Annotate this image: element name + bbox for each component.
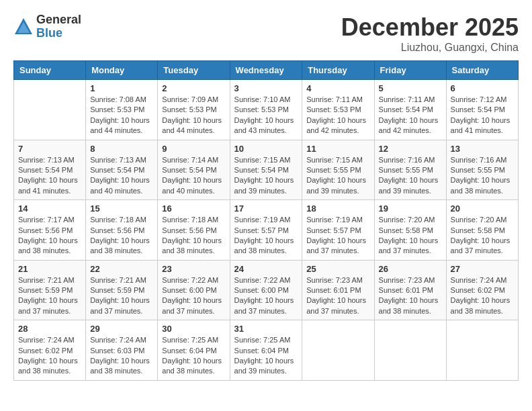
weekday-header: Wednesday <box>230 61 302 80</box>
logo: General Blue <box>13 13 81 40</box>
calendar-cell: 16Sunrise: 7:18 AMSunset: 5:56 PMDayligh… <box>158 200 230 261</box>
calendar-cell: 12Sunrise: 7:16 AMSunset: 5:55 PMDayligh… <box>374 140 446 200</box>
calendar-cell: 18Sunrise: 7:19 AMSunset: 5:57 PMDayligh… <box>302 200 374 261</box>
calendar-cell: 13Sunrise: 7:16 AMSunset: 5:55 PMDayligh… <box>446 140 518 200</box>
day-info: Sunrise: 7:11 AMSunset: 5:54 PMDaylight:… <box>379 95 442 136</box>
day-info: Sunrise: 7:17 AMSunset: 5:56 PMDaylight:… <box>18 215 81 257</box>
logo-blue: Blue <box>36 27 81 40</box>
day-info: Sunrise: 7:16 AMSunset: 5:55 PMDaylight:… <box>451 155 514 197</box>
day-info: Sunrise: 7:22 AMSunset: 6:00 PMDaylight:… <box>162 275 225 317</box>
day-number: 13 <box>451 144 514 154</box>
calendar-cell: 22Sunrise: 7:21 AMSunset: 5:59 PMDayligh… <box>86 260 158 320</box>
day-number: 26 <box>379 264 442 274</box>
day-number: 31 <box>234 324 298 334</box>
calendar-cell: 3Sunrise: 7:10 AMSunset: 5:53 PMDaylight… <box>230 80 302 140</box>
day-info: Sunrise: 7:16 AMSunset: 5:55 PMDaylight:… <box>379 155 442 197</box>
day-number: 2 <box>162 83 225 93</box>
calendar-week-row: 7Sunrise: 7:13 AMSunset: 5:54 PMDaylight… <box>14 140 519 200</box>
day-number: 5 <box>379 83 442 93</box>
title-area: December 2025 Liuzhou, Guangxi, China <box>341 13 519 54</box>
day-number: 29 <box>90 324 153 334</box>
day-number: 4 <box>306 83 369 93</box>
day-number: 18 <box>306 203 369 214</box>
weekday-header: Friday <box>374 61 446 80</box>
calendar-week-row: 1Sunrise: 7:08 AMSunset: 5:53 PMDaylight… <box>14 80 519 140</box>
calendar-cell: 11Sunrise: 7:15 AMSunset: 5:55 PMDayligh… <box>302 140 374 200</box>
day-number: 12 <box>379 144 442 154</box>
day-number: 16 <box>162 203 225 214</box>
calendar-cell: 19Sunrise: 7:20 AMSunset: 5:58 PMDayligh… <box>374 200 446 261</box>
day-info: Sunrise: 7:18 AMSunset: 5:56 PMDaylight:… <box>162 215 225 257</box>
day-info: Sunrise: 7:15 AMSunset: 5:55 PMDaylight:… <box>306 155 369 197</box>
day-number: 23 <box>162 264 225 274</box>
calendar-cell: 14Sunrise: 7:17 AMSunset: 5:56 PMDayligh… <box>14 200 86 261</box>
calendar-cell: 27Sunrise: 7:24 AMSunset: 6:02 PMDayligh… <box>446 260 518 320</box>
day-info: Sunrise: 7:10 AMSunset: 5:53 PMDaylight:… <box>234 95 298 136</box>
calendar-week-row: 21Sunrise: 7:21 AMSunset: 5:59 PMDayligh… <box>14 260 519 320</box>
day-info: Sunrise: 7:23 AMSunset: 6:01 PMDaylight:… <box>379 275 442 317</box>
weekday-header: Sunday <box>14 61 86 80</box>
logo-text: General Blue <box>36 13 81 40</box>
calendar-cell: 28Sunrise: 7:24 AMSunset: 6:02 PMDayligh… <box>14 320 86 381</box>
day-info: Sunrise: 7:20 AMSunset: 5:58 PMDaylight:… <box>451 215 514 257</box>
calendar-cell: 9Sunrise: 7:14 AMSunset: 5:54 PMDaylight… <box>158 140 230 200</box>
day-info: Sunrise: 7:15 AMSunset: 5:54 PMDaylight:… <box>234 155 298 197</box>
calendar-cell: 25Sunrise: 7:23 AMSunset: 6:01 PMDayligh… <box>302 260 374 320</box>
day-number: 8 <box>90 144 153 154</box>
day-number: 17 <box>234 203 298 214</box>
day-number: 9 <box>162 144 225 154</box>
month-title: December 2025 <box>341 13 519 42</box>
calendar-cell: 1Sunrise: 7:08 AMSunset: 5:53 PMDaylight… <box>86 80 158 140</box>
weekday-header: Thursday <box>302 61 374 80</box>
day-info: Sunrise: 7:21 AMSunset: 5:59 PMDaylight:… <box>18 275 81 317</box>
day-info: Sunrise: 7:20 AMSunset: 5:58 PMDaylight:… <box>379 215 442 257</box>
location: Liuzhou, Guangxi, China <box>341 42 519 54</box>
calendar-cell: 24Sunrise: 7:22 AMSunset: 6:00 PMDayligh… <box>230 260 302 320</box>
calendar-cell: 31Sunrise: 7:25 AMSunset: 6:04 PMDayligh… <box>230 320 302 381</box>
day-info: Sunrise: 7:13 AMSunset: 5:54 PMDaylight:… <box>18 155 81 197</box>
day-number: 27 <box>451 264 514 274</box>
logo-general: General <box>36 13 81 27</box>
day-number: 20 <box>451 203 514 214</box>
day-number: 25 <box>306 264 369 274</box>
day-number: 10 <box>234 144 298 154</box>
day-info: Sunrise: 7:25 AMSunset: 6:04 PMDaylight:… <box>234 335 298 377</box>
day-number: 28 <box>18 324 81 334</box>
day-info: Sunrise: 7:14 AMSunset: 5:54 PMDaylight:… <box>162 155 225 197</box>
day-number: 21 <box>18 264 81 274</box>
day-info: Sunrise: 7:11 AMSunset: 5:53 PMDaylight:… <box>306 95 369 136</box>
calendar-cell: 15Sunrise: 7:18 AMSunset: 5:56 PMDayligh… <box>86 200 158 261</box>
day-number: 3 <box>234 83 298 93</box>
calendar-cell: 20Sunrise: 7:20 AMSunset: 5:58 PMDayligh… <box>446 200 518 261</box>
calendar-cell: 23Sunrise: 7:22 AMSunset: 6:00 PMDayligh… <box>158 260 230 320</box>
calendar-cell: 26Sunrise: 7:23 AMSunset: 6:01 PMDayligh… <box>374 260 446 320</box>
calendar-cell <box>446 320 518 381</box>
day-info: Sunrise: 7:18 AMSunset: 5:56 PMDaylight:… <box>90 215 153 257</box>
day-number: 19 <box>379 203 442 214</box>
day-number: 7 <box>18 144 81 154</box>
day-info: Sunrise: 7:22 AMSunset: 6:00 PMDaylight:… <box>234 275 298 317</box>
calendar-week-row: 14Sunrise: 7:17 AMSunset: 5:56 PMDayligh… <box>14 200 519 261</box>
day-info: Sunrise: 7:25 AMSunset: 6:04 PMDaylight:… <box>162 335 225 377</box>
calendar-week-row: 28Sunrise: 7:24 AMSunset: 6:02 PMDayligh… <box>14 320 519 381</box>
day-number: 6 <box>451 83 514 93</box>
calendar-cell: 6Sunrise: 7:12 AMSunset: 5:54 PMDaylight… <box>446 80 518 140</box>
day-info: Sunrise: 7:24 AMSunset: 6:02 PMDaylight:… <box>18 335 81 377</box>
weekday-header: Tuesday <box>158 61 230 80</box>
calendar-cell: 21Sunrise: 7:21 AMSunset: 5:59 PMDayligh… <box>14 260 86 320</box>
day-info: Sunrise: 7:13 AMSunset: 5:54 PMDaylight:… <box>90 155 153 197</box>
weekday-header: Saturday <box>446 61 518 80</box>
calendar-cell: 5Sunrise: 7:11 AMSunset: 5:54 PMDaylight… <box>374 80 446 140</box>
day-info: Sunrise: 7:08 AMSunset: 5:53 PMDaylight:… <box>90 95 153 136</box>
calendar-cell <box>374 320 446 381</box>
calendar-cell: 30Sunrise: 7:25 AMSunset: 6:04 PMDayligh… <box>158 320 230 381</box>
day-number: 15 <box>90 203 153 214</box>
calendar-cell <box>14 80 86 140</box>
calendar-cell: 29Sunrise: 7:24 AMSunset: 6:03 PMDayligh… <box>86 320 158 381</box>
day-number: 24 <box>234 264 298 274</box>
weekday-header: Monday <box>86 61 158 80</box>
calendar-table: SundayMondayTuesdayWednesdayThursdayFrid… <box>13 60 519 381</box>
day-info: Sunrise: 7:24 AMSunset: 6:03 PMDaylight:… <box>90 335 153 377</box>
day-info: Sunrise: 7:19 AMSunset: 5:57 PMDaylight:… <box>306 215 369 257</box>
day-number: 30 <box>162 324 225 334</box>
